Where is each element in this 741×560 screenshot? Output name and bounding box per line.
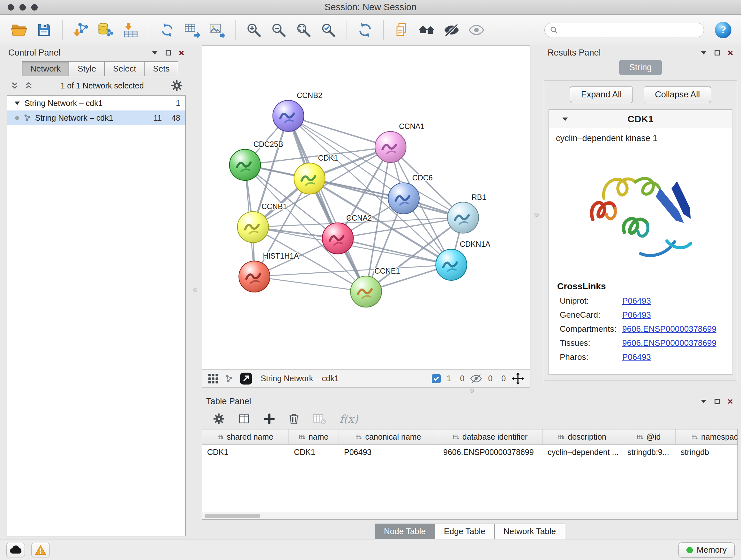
crosslink-link[interactable]: 9606.ENSP00000378699	[622, 338, 717, 348]
zoom-out-button[interactable]	[268, 17, 289, 43]
import-network-file-button[interactable]	[70, 17, 91, 43]
column-header-description[interactable]: description	[542, 429, 622, 444]
warnings-button[interactable]	[31, 543, 50, 557]
network-node-RB1[interactable]: RB1	[448, 193, 486, 233]
maximize-window-button[interactable]	[31, 4, 38, 10]
network-edge[interactable]	[310, 179, 463, 218]
show-columns-icon[interactable]	[238, 413, 250, 425]
help-button[interactable]: ?	[714, 20, 733, 40]
cloud-button[interactable]	[6, 543, 25, 557]
network-edge[interactable]	[254, 276, 366, 292]
crosslink-link[interactable]: P06493	[622, 310, 651, 320]
panel-close-icon[interactable]	[179, 50, 185, 56]
network-node-HIST1H1A[interactable]: HIST1H1A	[239, 252, 299, 292]
search-box[interactable]	[544, 23, 704, 37]
network-edge[interactable]	[288, 116, 366, 292]
results-menu-icon[interactable]	[700, 51, 707, 55]
function-builder-icon: f(x)	[340, 413, 358, 425]
tab-select[interactable]: Select	[105, 61, 145, 76]
column-header-name[interactable]: name	[289, 429, 339, 444]
splitter-handle-3[interactable]	[470, 388, 474, 393]
right-column: CCNB2CCNA1CDC25BCDK1CDC6RB1CCNB1CCNA2CDK…	[202, 45, 741, 540]
delete-column-icon[interactable]	[288, 413, 299, 425]
horizontal-splitter[interactable]	[202, 388, 738, 394]
open-session-icon	[11, 22, 27, 38]
scrollbar-thumb[interactable]	[205, 514, 260, 518]
network-edge[interactable]	[338, 239, 451, 265]
grid-view-icon[interactable]	[208, 373, 219, 384]
vertical-splitter-2[interactable]	[530, 45, 543, 388]
refresh-layout-button[interactable]	[354, 17, 376, 43]
cloud-icon	[9, 545, 22, 555]
network-node-CDK1[interactable]: CDK1	[294, 154, 338, 194]
tab-sets[interactable]: Sets	[144, 61, 178, 76]
splitter-handle[interactable]	[193, 288, 197, 292]
table-float-icon[interactable]	[714, 398, 720, 405]
horizontal-scrollbar[interactable]	[202, 512, 738, 519]
zoom-fit-button[interactable]	[293, 17, 314, 43]
hide-selected-button[interactable]	[441, 17, 462, 43]
export-image-icon	[209, 22, 225, 38]
tab-network[interactable]: Network	[22, 61, 69, 76]
table-row[interactable]: CDK1CDK1P064939606.ENSP00000378699cyclin…	[202, 445, 738, 459]
gene-header[interactable]: CDK1	[549, 110, 732, 128]
expand-all-button[interactable]: Expand All	[570, 86, 633, 103]
collection-expand-icon[interactable]	[14, 101, 20, 105]
table-close-icon[interactable]	[727, 398, 733, 405]
crosslink-link[interactable]: P06493	[622, 352, 651, 362]
export-image-button[interactable]	[206, 17, 228, 43]
crosslink-link[interactable]: P06493	[622, 296, 651, 306]
zoom-selected-button[interactable]	[318, 17, 339, 43]
tab-node-table[interactable]: Node Table	[375, 523, 435, 539]
network-from-selection-button[interactable]	[156, 17, 178, 43]
show-all-button[interactable]	[466, 17, 487, 43]
tab-network-table[interactable]: Network Table	[494, 523, 565, 539]
network-node-CCNB2[interactable]: CCNB2	[273, 91, 322, 132]
network-options-gear-icon[interactable]	[171, 80, 183, 91]
tab-edge-table[interactable]: Edge Table	[434, 523, 495, 539]
detach-view-icon[interactable]	[240, 372, 253, 385]
panel-float-icon[interactable]	[165, 50, 172, 56]
memory-button[interactable]: Memory	[678, 543, 735, 558]
import-network-database-button[interactable]	[95, 17, 117, 43]
column-header-canonical-name[interactable]: canonical name	[339, 429, 438, 444]
fit-selection-icon[interactable]	[512, 372, 524, 385]
table-from-network-button[interactable]	[181, 17, 203, 43]
expand-all-tree-icon[interactable]	[24, 81, 33, 90]
column-header-database-identifier[interactable]: database identifier	[438, 429, 542, 444]
results-float-icon[interactable]	[714, 50, 720, 56]
open-session-button[interactable]	[8, 17, 30, 43]
network-row[interactable]: String Network – cdk1 11 48	[7, 111, 185, 125]
collapse-gene-icon[interactable]	[562, 117, 569, 123]
table-menu-icon[interactable]	[700, 399, 707, 404]
home-view-button[interactable]	[416, 17, 437, 43]
network-collection-row[interactable]: String Network – cdk1 1	[7, 96, 185, 111]
panel-menu-icon[interactable]	[151, 51, 158, 55]
network-node-CCNA1[interactable]: CCNA1	[375, 122, 424, 163]
collapse-all-tree-icon[interactable]	[10, 81, 19, 90]
tab-string[interactable]: String	[619, 60, 662, 75]
zoom-in-button[interactable]	[243, 17, 265, 43]
column-header-namespace[interactable]: namespace	[676, 429, 738, 444]
search-input[interactable]	[561, 23, 698, 37]
crosslink-link[interactable]: 9606.ENSP00000378699	[622, 324, 717, 334]
network-node-CCNB1[interactable]: CCNB1	[238, 202, 287, 243]
vertical-splitter[interactable]	[189, 45, 202, 540]
save-session-button[interactable]	[33, 17, 55, 43]
table-options-gear-icon[interactable]	[213, 413, 225, 425]
close-window-button[interactable]	[8, 4, 14, 10]
column-header--id[interactable]: @id	[622, 429, 676, 444]
network-edge[interactable]	[288, 116, 390, 147]
network-canvas[interactable]: CCNB2CCNA1CDC25BCDK1CDC6RB1CCNB1CCNA2CDK…	[202, 46, 530, 369]
import-table-file-button[interactable]	[120, 17, 141, 43]
splitter-handle-2[interactable]	[535, 212, 539, 217]
add-column-icon[interactable]	[264, 413, 275, 425]
network-overview-icon[interactable]	[224, 374, 234, 383]
tab-style[interactable]: Style	[69, 61, 105, 76]
minimize-window-button[interactable]	[19, 4, 26, 10]
column-header-shared-name[interactable]: shared name	[202, 429, 289, 444]
copy-document-button[interactable]	[391, 17, 413, 43]
results-close-icon[interactable]	[727, 50, 733, 56]
network-node-CDKN1A[interactable]: CDKN1A	[435, 240, 490, 280]
collapse-all-button[interactable]: Collapse All	[644, 86, 711, 103]
